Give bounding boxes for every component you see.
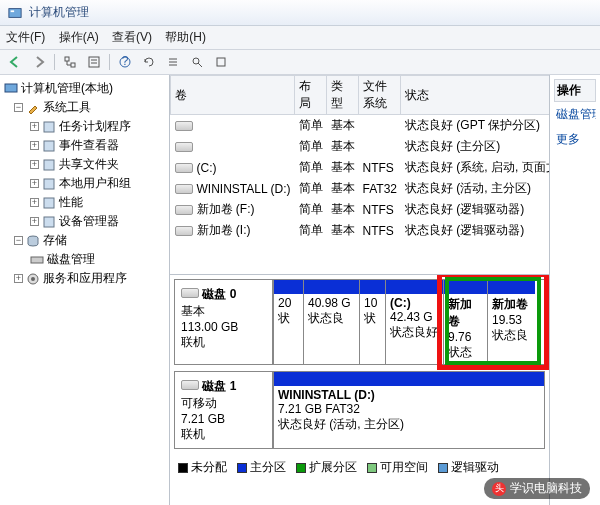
tree-item[interactable]: +本地用户和组 <box>2 174 167 193</box>
svg-rect-4 <box>89 57 99 67</box>
legend-primary: 主分区 <box>237 459 286 476</box>
partition[interactable]: 20状 <box>273 280 303 364</box>
menu-view[interactable]: 查看(V) <box>112 30 152 44</box>
col-layout[interactable]: 布局 <box>295 76 327 115</box>
menu-help[interactable]: 帮助(H) <box>165 30 206 44</box>
disk-0[interactable]: 磁盘 0 基本 113.00 GB 联机 20状40.98 G状态良10状(C:… <box>174 279 545 365</box>
table-row[interactable]: (C:)简单基本NTFS状态良好 (系统, 启动, 页面文 <box>171 157 550 178</box>
props-icon[interactable] <box>85 53 103 71</box>
tree-icon[interactable] <box>61 53 79 71</box>
table-row[interactable]: WININSTALL (D:)简单基本FAT32状态良好 (活动, 主分区) <box>171 178 550 199</box>
partition-size: 40.98 G <box>308 296 351 310</box>
partition[interactable]: 40.98 G状态良 <box>303 280 359 364</box>
window-title: 计算机管理 <box>29 5 89 19</box>
nav-tree: 计算机管理(本地) −系统工具 +任务计划程序+事件查看器+共享文件夹+本地用户… <box>0 75 170 505</box>
tree-label: 存储 <box>43 232 67 249</box>
table-row[interactable]: 新加卷 (F:)简单基本NTFS状态良好 (逻辑驱动器) <box>171 199 550 220</box>
disk-state: 联机 <box>181 335 205 349</box>
partition[interactable]: 10状 <box>359 280 385 364</box>
svg-text:?: ? <box>122 55 129 68</box>
settings-icon[interactable] <box>212 53 230 71</box>
tree-root[interactable]: 计算机管理(本地) <box>2 79 167 98</box>
collapse-icon[interactable]: − <box>14 236 23 245</box>
tree-services[interactable]: +服务和应用程序 <box>2 269 167 288</box>
menu-file[interactable]: 文件(F) <box>6 30 45 44</box>
table-row[interactable]: 简单基本状态良好 (GPT 保护分区) <box>171 115 550 137</box>
watermark: 头 学识电脑科技 <box>484 478 590 499</box>
volume-list: 卷 布局 类型 文件系统 状态 简单基本状态良好 (GPT 保护分区)简单基本状… <box>170 75 549 275</box>
svg-rect-3 <box>71 63 75 67</box>
col-volume[interactable]: 卷 <box>171 76 295 115</box>
col-fs[interactable]: 文件系统 <box>359 76 401 115</box>
tree-item[interactable]: +事件查看器 <box>2 136 167 155</box>
tree-label: 系统工具 <box>43 99 91 116</box>
tree-label: 任务计划程序 <box>59 118 131 135</box>
partition-status: 状态良好 (活动, 主分区) <box>278 417 404 431</box>
partition[interactable]: WININSTALL (D:) 7.21 GB FAT32 状态良好 (活动, … <box>273 372 544 448</box>
expand-icon[interactable]: + <box>30 198 39 207</box>
disk-title: 磁盘 1 <box>202 379 236 393</box>
tree-label: 计算机管理(本地) <box>21 80 113 97</box>
forward-icon[interactable] <box>30 53 48 71</box>
expand-icon[interactable]: + <box>30 179 39 188</box>
refresh-icon[interactable] <box>140 53 158 71</box>
disk-1[interactable]: 磁盘 1 可移动 7.21 GB 联机 WININSTALL (D:) 7.21… <box>174 371 545 449</box>
col-type[interactable]: 类型 <box>327 76 359 115</box>
expand-icon[interactable]: + <box>14 274 23 283</box>
separator <box>54 54 55 70</box>
tree-label: 设备管理器 <box>59 213 119 230</box>
tree-storage[interactable]: −存储 <box>2 231 167 250</box>
tree-label: 事件查看器 <box>59 137 119 154</box>
partition-name: WININSTALL (D:) <box>278 388 375 402</box>
partition-size: 20 <box>278 296 291 310</box>
tree-system-tools[interactable]: −系统工具 <box>2 98 167 117</box>
partition[interactable]: 新加卷9.76状态良 <box>443 280 487 364</box>
help-icon[interactable]: ? <box>116 53 134 71</box>
legend: 未分配 主分区 扩展分区 可用空间 逻辑驱动 <box>174 455 545 480</box>
wrench-icon <box>26 101 40 115</box>
action-more[interactable]: 更多 <box>554 127 596 152</box>
menu-action[interactable]: 操作(A) <box>59 30 99 44</box>
tree-item[interactable]: +任务计划程序 <box>2 117 167 136</box>
find-icon[interactable] <box>188 53 206 71</box>
partition[interactable]: 新加卷19.53状态良 <box>487 280 535 364</box>
device-icon <box>42 215 56 229</box>
partition-status: 状态良 <box>492 328 528 342</box>
expand-icon[interactable]: + <box>30 122 39 131</box>
svg-rect-18 <box>44 160 54 170</box>
partition[interactable]: (C:)42.43 G状态良好 <box>385 280 443 364</box>
expand-icon[interactable]: + <box>30 217 39 226</box>
svg-rect-2 <box>65 57 69 61</box>
toolbar: ? <box>0 50 600 75</box>
tree-label: 本地用户和组 <box>59 175 131 192</box>
tree-item[interactable]: +性能 <box>2 193 167 212</box>
disk-icon <box>30 253 44 267</box>
list-icon[interactable] <box>164 53 182 71</box>
volume-icon <box>175 142 193 152</box>
expand-icon[interactable]: + <box>30 141 39 150</box>
tree-disk-management[interactable]: 磁盘管理 <box>2 250 167 269</box>
expand-icon[interactable]: + <box>30 160 39 169</box>
table-row[interactable]: 简单基本状态良好 (主分区) <box>171 136 550 157</box>
actions-pane: 操作 磁盘管理 更多 <box>550 75 600 505</box>
partition-cap <box>274 280 303 294</box>
volume-icon <box>175 226 193 236</box>
svg-rect-17 <box>44 141 54 151</box>
tree-label: 共享文件夹 <box>59 156 119 173</box>
back-icon[interactable] <box>6 53 24 71</box>
col-status[interactable]: 状态 <box>401 76 549 115</box>
clock-icon <box>42 120 56 134</box>
action-disk-management[interactable]: 磁盘管理 <box>554 102 596 127</box>
partition-cap <box>488 280 535 294</box>
tree-item[interactable]: +共享文件夹 <box>2 155 167 174</box>
event-icon <box>42 139 56 153</box>
disk-size: 7.21 GB <box>181 412 225 426</box>
collapse-icon[interactable]: − <box>14 103 23 112</box>
svg-rect-20 <box>44 198 54 208</box>
svg-rect-1 <box>11 10 15 12</box>
disk-state: 联机 <box>181 427 205 441</box>
partition-cap <box>274 372 544 386</box>
disk-map: 磁盘 0 基本 113.00 GB 联机 20状40.98 G状态良10状(C:… <box>170 275 549 505</box>
tree-item[interactable]: +设备管理器 <box>2 212 167 231</box>
table-row[interactable]: 新加卷 (I:)简单基本NTFS状态良好 (逻辑驱动器) <box>171 220 550 241</box>
